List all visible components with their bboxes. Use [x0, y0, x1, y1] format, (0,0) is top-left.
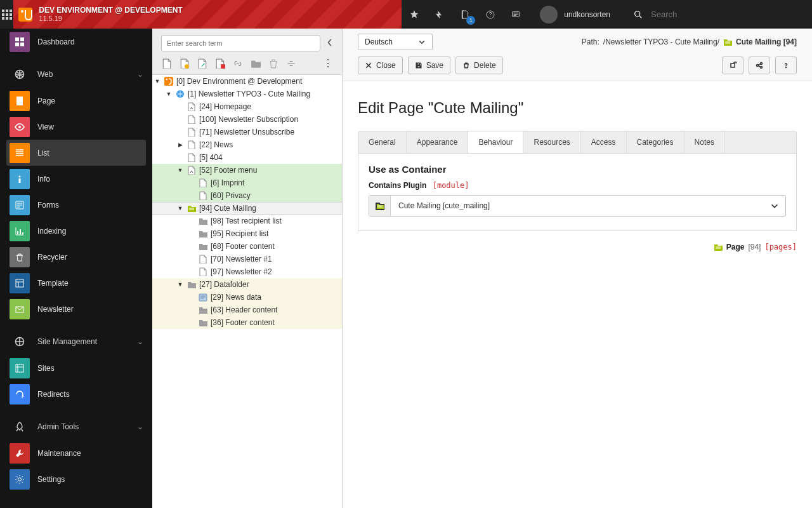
section-title: Use as Container — [369, 164, 786, 175]
tree-node[interactable]: [24] Homepage — [152, 100, 342, 113]
module-maintenance[interactable]: Maintenance — [0, 440, 152, 466]
share-button[interactable] — [749, 57, 770, 74]
page-tree-panel: ⋮ ▼[0] Dev Environment @ Development▼[1]… — [152, 29, 343, 508]
opendocs-button[interactable]: 1 — [452, 0, 478, 29]
help-button[interactable] — [775, 57, 797, 74]
tab-general[interactable]: General — [358, 131, 407, 153]
tree-node[interactable]: [6] Imprint — [152, 177, 342, 189]
module-page[interactable]: Page — [0, 88, 152, 114]
tree-node-label: [29] News data — [211, 293, 261, 302]
search-icon — [633, 10, 643, 20]
chart-icon — [10, 221, 30, 241]
module-template[interactable]: Template — [0, 270, 152, 296]
tree-arrow-icon[interactable]: ▼ — [176, 281, 184, 288]
tree-node[interactable]: [63] Header content — [152, 304, 342, 316]
cache-button[interactable] — [427, 0, 452, 29]
new-page-delete-button[interactable] — [214, 58, 226, 69]
tree-node[interactable]: [70] Newsletter #1 — [152, 253, 342, 265]
tree-more-button[interactable]: ⋮ — [323, 60, 333, 67]
module-dashboard[interactable]: Dashboard — [0, 29, 152, 55]
link-button[interactable] — [232, 58, 244, 69]
tree-node-label: [5] 404 — [199, 153, 223, 162]
tab-categories[interactable]: Categories — [627, 131, 684, 153]
tree-node[interactable]: [36] Footer content — [152, 316, 342, 329]
module-label: Newsletter — [37, 305, 74, 314]
tree-node[interactable]: ▼[1] Newsletter TYPO3 - Cute Mailing — [152, 88, 342, 100]
module-group-site[interactable]: Site Management ⌄ — [0, 328, 152, 355]
module-group-web[interactable]: Web ⌄ — [0, 61, 152, 88]
module-sites[interactable]: Sites — [0, 355, 152, 381]
user-menu[interactable]: undkonsorten — [528, 6, 622, 23]
module-settings[interactable]: Settings — [0, 466, 152, 492]
apps-button[interactable] — [0, 0, 13, 29]
svg-rect-27 — [221, 64, 225, 69]
contains-plugin-select[interactable]: Cute Mailing [cute_mailing] — [369, 195, 786, 217]
tree-node[interactable]: [98] Test recipient list — [152, 215, 342, 227]
page-tree[interactable]: ▼[0] Dev Environment @ Development▼[1] N… — [152, 74, 342, 508]
module-view[interactable]: View — [0, 114, 152, 140]
tab-notes[interactable]: Notes — [684, 131, 725, 153]
systeminfo-button[interactable] — [503, 0, 528, 29]
new-page-user-button[interactable] — [179, 58, 190, 69]
global-search-input[interactable] — [650, 9, 801, 20]
tree-node[interactable]: ▼[27] Datafolder — [152, 278, 342, 291]
svg-rect-20 — [22, 232, 23, 234]
chevron-down-icon: ⌄ — [137, 422, 143, 431]
tree-node[interactable]: [97] Newsletter #2 — [152, 265, 342, 278]
trash-button[interactable] — [268, 58, 279, 69]
tree-node[interactable]: [100] Newsletter Subscription — [152, 113, 342, 126]
svg-rect-11 — [20, 43, 24, 46]
open-new-window-button[interactable] — [722, 57, 743, 74]
language-select[interactable]: Deutsch — [358, 34, 433, 50]
module-list[interactable]: List — [6, 140, 146, 166]
tab-behaviour[interactable]: Behaviour — [468, 131, 523, 154]
tree-arrow-icon[interactable]: ▶ — [176, 142, 184, 148]
save-button[interactable]: Save — [408, 57, 450, 74]
new-page-link-button[interactable] — [197, 58, 208, 69]
module-indexing[interactable]: Indexing — [0, 218, 152, 244]
global-search[interactable] — [622, 9, 812, 20]
tree-arrow-icon[interactable]: ▼ — [176, 167, 184, 173]
rocket-icon — [10, 422, 30, 432]
module-redirects[interactable]: Redirects — [0, 381, 152, 407]
svg-rect-21 — [16, 279, 23, 287]
tree-node-label: [68] Footer content — [211, 242, 275, 251]
tree-arrow-icon[interactable]: ▼ — [154, 78, 161, 84]
tree-node[interactable]: ▼[52] Footer menu — [152, 164, 342, 177]
globe-icon — [10, 69, 30, 79]
tab-appearance[interactable]: Appearance — [407, 131, 469, 153]
module-label: Indexing — [37, 227, 66, 236]
divider-button[interactable] — [285, 58, 297, 69]
tree-collapse-button[interactable] — [327, 38, 333, 49]
tree-node[interactable]: [5] 404 — [152, 151, 342, 164]
close-button[interactable]: Close — [358, 57, 403, 74]
svg-point-7 — [635, 11, 640, 16]
tree-node[interactable]: ▼[94] Cute Mailing — [152, 202, 342, 215]
tree-node[interactable]: [60] Privacy — [152, 189, 342, 202]
tab-access[interactable]: Access — [581, 131, 627, 153]
module-group-admin[interactable]: Admin Tools ⌄ — [0, 413, 152, 440]
folder-icon — [198, 318, 208, 328]
apps-icon — [2, 10, 12, 20]
module-newsletter[interactable]: Newsletter — [0, 296, 152, 322]
help-button[interactable] — [478, 0, 503, 29]
tree-search-input[interactable] — [161, 35, 320, 51]
bookmarks-button[interactable] — [402, 0, 427, 29]
module-recycler[interactable]: Recycler — [0, 244, 152, 270]
tree-arrow-icon[interactable]: ▼ — [165, 91, 173, 97]
delete-button[interactable]: Delete — [455, 57, 503, 74]
tree-node[interactable]: [71] Newsletter Unsubscribe — [152, 126, 342, 138]
tree-node[interactable]: [95] Recipient list — [152, 227, 342, 240]
module-forms[interactable]: Forms — [0, 192, 152, 218]
tree-node[interactable]: ▼[0] Dev Environment @ Development — [152, 75, 342, 88]
tab-resources[interactable]: Resources — [523, 131, 580, 153]
record-footer: Page [94] [pages] — [358, 243, 797, 251]
tree-node[interactable]: ▶[22] News — [152, 138, 342, 151]
new-page-button[interactable] — [161, 58, 173, 69]
tree-node[interactable]: [29] News data — [152, 291, 342, 304]
typo3-logo-icon — [18, 8, 32, 22]
tree-arrow-icon[interactable]: ▼ — [176, 205, 184, 211]
folder-button[interactable] — [250, 58, 261, 69]
tree-node[interactable]: [68] Footer content — [152, 240, 342, 253]
module-info[interactable]: Info — [0, 166, 152, 192]
